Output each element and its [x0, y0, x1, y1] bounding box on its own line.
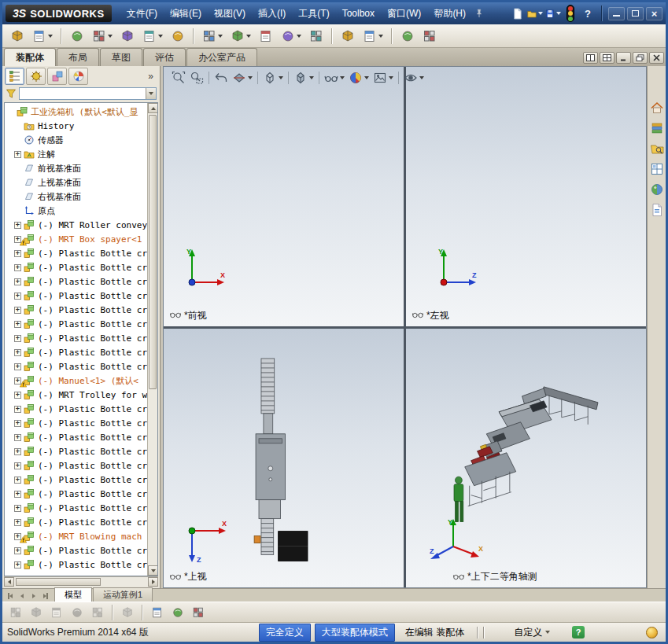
headsup-edit-appearance-button[interactable]: [347, 70, 371, 86]
expand-toggle[interactable]: +: [14, 264, 21, 271]
expand-toggle[interactable]: +: [14, 307, 21, 314]
save-document-icon[interactable]: [545, 6, 561, 21]
expand-toggle[interactable]: +: [14, 448, 21, 455]
tree-item[interactable]: +(-) Plastic Bottle crat: [5, 515, 147, 529]
dropdown-caret[interactable]: [279, 76, 283, 79]
expand-toggle[interactable]: +: [14, 250, 21, 257]
panel-tab-configuration-manager[interactable]: [47, 68, 67, 85]
tree-item[interactable]: +(-) MRT Trolley for was: [5, 388, 147, 402]
dropdown-caret[interactable]: [297, 35, 301, 38]
expand-toggle[interactable]: +: [14, 321, 21, 328]
bottom-assembly-xpert-button[interactable]: [189, 604, 208, 621]
filter-funnel-icon[interactable]: [6, 88, 17, 99]
doc-two-pane-button[interactable]: [583, 52, 598, 64]
doc-restore-button[interactable]: [633, 52, 648, 64]
menu-item-5[interactable]: Toolbox: [336, 5, 381, 22]
tree-item[interactable]: +(-) Plastic Bottle crat: [5, 444, 147, 458]
minimize-button[interactable]: [608, 7, 625, 20]
menu-item-0[interactable]: 文件(F): [120, 4, 164, 24]
dropdown-caret[interactable]: [248, 76, 253, 79]
tree-item[interactable]: 原点: [5, 204, 147, 218]
taskpane-file-explorer-button[interactable]: [648, 140, 666, 157]
toolbar-move-component-button[interactable]: [139, 27, 166, 46]
tab-evaluate[interactable]: 评估: [143, 48, 186, 66]
toolbar-reference-geometry-button[interactable]: [227, 27, 254, 46]
headsup-display-style-button[interactable]: [292, 70, 316, 86]
tree-item[interactable]: History: [5, 119, 147, 133]
expand-toggle[interactable]: +: [14, 335, 21, 342]
maximize-button[interactable]: [627, 7, 644, 20]
tree-item[interactable]: +(-) Plastic Bottle crat: [5, 359, 147, 374]
tree-item[interactable]: 右视基准面: [5, 190, 147, 204]
tree-item[interactable]: +(-) Plastic Bottle crat: [5, 331, 147, 345]
toolbar-mate-button[interactable]: [67, 27, 87, 46]
panel-overflow-button[interactable]: »: [144, 71, 157, 82]
taskpane-custom-properties-button[interactable]: [648, 201, 666, 219]
viewport-top[interactable]: X Z *上视: [164, 329, 404, 588]
bottom-filter-faces-button[interactable]: [47, 604, 66, 621]
first-tab-button[interactable]: [4, 591, 16, 602]
expand-toggle[interactable]: +: [14, 151, 21, 158]
tree-item[interactable]: 上视基准面: [5, 175, 147, 190]
tree-item[interactable]: +(-) Plastic Bottle crat: [5, 501, 147, 515]
doc-four-pane-button[interactable]: [600, 52, 614, 64]
menu-item-2[interactable]: 视图(V): [208, 4, 252, 24]
tree-item[interactable]: +(-) Plastic Bottle crat: [5, 430, 147, 444]
taskpane-solidworks-resources-button[interactable]: [648, 99, 666, 116]
expand-toggle[interactable]: +: [14, 505, 21, 512]
tree-vertical-scrollbar[interactable]: [147, 103, 157, 576]
tree-item[interactable]: +(-) Plastic Bottle crat: [5, 416, 147, 430]
bottom-tab-1[interactable]: 运动算例1: [93, 587, 153, 602]
headsup-view-orientation-button[interactable]: [261, 70, 285, 86]
toolbar-measure-button[interactable]: [397, 27, 418, 46]
new-document-icon[interactable]: [509, 6, 525, 21]
headsup-zoom-fit-button[interactable]: [170, 70, 187, 86]
expand-toggle[interactable]: +: [14, 222, 21, 229]
tree-item[interactable]: +(-) Manuel<1> (默认<: [5, 374, 147, 388]
tree-item[interactable]: +(-) Plastic Bottle crat: [5, 345, 147, 359]
tree-item[interactable]: +(-) Plastic Bottle crat: [5, 289, 147, 303]
dropdown-caret[interactable]: [309, 76, 314, 79]
bottom-tab-0[interactable]: 模型: [54, 587, 92, 602]
bottom-assembly-visualization-button[interactable]: [168, 604, 187, 621]
toolbar-interference-detection-button[interactable]: [360, 27, 386, 46]
bottom-clear-selections-button[interactable]: [68, 604, 87, 621]
expand-toggle[interactable]: +: [14, 491, 21, 498]
dropdown-caret[interactable]: [48, 35, 53, 38]
toolbar-show-hidden-components-button[interactable]: [168, 27, 188, 46]
doc-minimize-button[interactable]: [616, 52, 631, 64]
expand-toggle[interactable]: +: [14, 561, 21, 569]
tree-item[interactable]: +(-) Plastic Bottle crat: [5, 458, 147, 473]
headsup-apply-scene-button[interactable]: [371, 70, 395, 86]
taskpane-view-palette-button[interactable]: [648, 160, 666, 178]
headsup-section-view-button[interactable]: [231, 70, 254, 86]
tree-item[interactable]: +(-) Plastic Bottle crat: [5, 246, 147, 260]
bottom-filter-vertices-button[interactable]: [6, 604, 25, 621]
toolbar-linear-component-pattern-button[interactable]: [89, 27, 116, 46]
menu-item-6[interactable]: 窗口(W): [381, 4, 427, 24]
toolbar-smart-fasteners-button[interactable]: [117, 27, 138, 46]
tree-root[interactable]: 工业洗箱机 (默认<默认_显: [5, 105, 147, 119]
tree-item[interactable]: +(-) Plastic Bottle crat: [5, 543, 147, 558]
help-icon[interactable]: ?: [580, 8, 596, 20]
menu-item-4[interactable]: 工具(T): [292, 4, 335, 24]
scroll-down-button[interactable]: [148, 565, 158, 576]
toolbar-assembly-features-button[interactable]: [199, 27, 226, 46]
vertical-scroll-thumb[interactable]: [149, 115, 157, 389]
expand-toggle[interactable]: +: [14, 278, 21, 285]
toolbar-edit-component-button[interactable]: [7, 27, 28, 46]
tree-item[interactable]: +(-) Plastic Bottle crat: [5, 260, 147, 274]
dropdown-caret[interactable]: [246, 35, 251, 38]
solidworks-sphere-icon[interactable]: [646, 627, 658, 638]
viewport-front[interactable]: Y X *前视: [164, 67, 404, 326]
dropdown-caret[interactable]: [419, 76, 424, 79]
tab-assembly[interactable]: 装配体: [4, 48, 56, 66]
tree-item[interactable]: 前视基准面: [5, 161, 147, 175]
open-document-icon[interactable]: [527, 6, 543, 21]
tree-item[interactable]: +(-) MRT Box spayer<1: [5, 232, 147, 246]
headsup-view-settings-button[interactable]: [402, 70, 426, 86]
expand-toggle[interactable]: +: [14, 519, 21, 526]
tree-filter-input[interactable]: [20, 89, 146, 98]
prev-tab-button[interactable]: [16, 591, 28, 602]
panel-tab-property-manager[interactable]: [26, 68, 46, 85]
